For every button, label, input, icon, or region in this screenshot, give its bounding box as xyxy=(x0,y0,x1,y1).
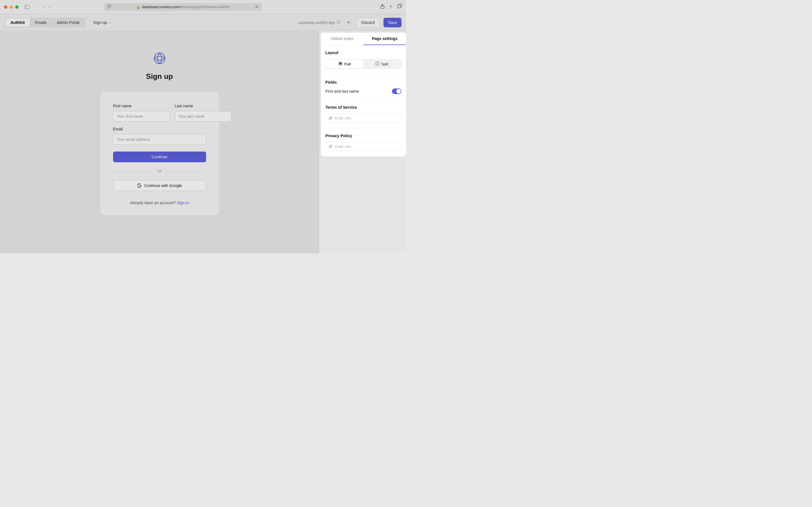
google-button-label: Continue with Google xyxy=(144,183,182,188)
privacy-title: Privacy Policy xyxy=(325,133,402,138)
browser-chrome: ⌄ ‹ › 🔒dashboard.workos.com/branding/edi… xyxy=(0,0,406,14)
svg-rect-10 xyxy=(340,62,342,64)
layout-option-split[interactable]: Split xyxy=(363,60,401,68)
last-name-input[interactable] xyxy=(175,111,232,122)
email-label: Email xyxy=(113,127,206,131)
last-name-label: Last name xyxy=(175,104,232,108)
minimize-window-button[interactable] xyxy=(10,5,13,9)
close-window-button[interactable] xyxy=(4,5,7,9)
tab-page-settings[interactable]: Page settings xyxy=(363,33,406,45)
google-icon xyxy=(137,183,142,188)
privacy-url-input[interactable] xyxy=(335,145,398,149)
tos-title: Terms of Service xyxy=(325,105,402,110)
svg-rect-7 xyxy=(398,5,401,8)
layout-title: Layout xyxy=(325,50,402,55)
svg-rect-2 xyxy=(107,5,111,5)
layout-option-full[interactable]: Full xyxy=(326,60,363,68)
tos-url-field[interactable]: 🔗 xyxy=(325,114,402,122)
page-select[interactable]: Sign-up ⌄ xyxy=(89,18,115,27)
new-tab-icon[interactable]: + xyxy=(390,4,392,10)
back-button[interactable]: ‹ xyxy=(44,4,45,9)
link-icon: 🔗 xyxy=(328,145,333,149)
lock-icon: 🔒 xyxy=(136,5,140,9)
layout-section: Layout Full Split xyxy=(321,45,406,75)
privacy-url-field[interactable]: 🔗 xyxy=(325,142,402,151)
preview-pane: Sign up First name Last name Email xyxy=(0,31,319,253)
svg-rect-3 xyxy=(107,6,111,7)
reader-icon[interactable] xyxy=(107,5,111,9)
save-button[interactable]: Save xyxy=(384,18,402,27)
first-name-input[interactable] xyxy=(113,111,170,122)
or-text: OR xyxy=(157,170,162,173)
forward-button[interactable]: › xyxy=(49,4,50,9)
sidebar-toggle-icon[interactable] xyxy=(24,5,30,9)
svg-point-8 xyxy=(154,53,165,64)
discard-button[interactable]: Discard xyxy=(357,17,379,27)
tab-admin-portal[interactable]: Admin Portal xyxy=(52,18,85,27)
fields-section: Fields First and last name xyxy=(321,75,406,100)
signup-title: Sign up xyxy=(146,72,173,81)
chevron-down-icon: ⌄ xyxy=(109,20,111,24)
settings-tabs: Global styles Page settings xyxy=(321,33,406,45)
url-text: 🔒dashboard.workos.com/branding/edit?prev… xyxy=(107,5,259,9)
already-have-account: Already have an account? Sign in xyxy=(113,201,206,205)
preview-link[interactable]: superapp.authkit.app xyxy=(298,20,340,25)
share-icon[interactable] xyxy=(380,4,385,10)
traffic-lights xyxy=(4,5,18,9)
tab-authkit[interactable]: AuthKit xyxy=(5,18,30,27)
tab-global-styles[interactable]: Global styles xyxy=(321,33,363,45)
link-icon: 🔗 xyxy=(328,116,333,120)
nav-arrows: ‹ › xyxy=(44,4,50,9)
page-select-label: Sign-up xyxy=(93,20,107,25)
external-link-icon xyxy=(337,20,340,24)
continue-button[interactable]: Continue xyxy=(113,152,206,162)
first-last-name-toggle-row: First and last name xyxy=(325,89,402,94)
layout-full-icon xyxy=(339,62,342,66)
tab-emails[interactable]: Emails xyxy=(30,18,52,27)
maximize-window-button[interactable] xyxy=(15,5,18,9)
or-divider: OR xyxy=(113,170,206,173)
privacy-section: Privacy Policy 🔗 xyxy=(321,128,406,157)
brand-logo xyxy=(154,52,165,64)
refresh-icon[interactable]: ⟳ xyxy=(255,5,259,9)
tos-section: Terms of Service 🔗 xyxy=(321,100,406,128)
first-name-label: First name xyxy=(113,104,170,108)
first-last-name-toggle[interactable] xyxy=(392,89,402,94)
tos-url-input[interactable] xyxy=(335,116,398,120)
url-bar[interactable]: 🔒dashboard.workos.com/branding/edit?prev… xyxy=(104,3,262,11)
app-header: AuthKit Emails Admin Portal Sign-up ⌄ su… xyxy=(0,14,406,31)
section-tabs: AuthKit Emails Admin Portal xyxy=(4,17,86,27)
svg-rect-0 xyxy=(25,5,30,9)
layout-segmented: Full Split xyxy=(325,59,402,69)
svg-rect-4 xyxy=(107,8,110,8)
fields-title: Fields xyxy=(325,80,402,84)
preview-domain: superapp.authkit.app xyxy=(298,20,335,25)
email-input[interactable] xyxy=(113,134,206,145)
settings-panel: Global styles Page settings Layout Full xyxy=(319,31,406,253)
signin-link[interactable]: Sign in xyxy=(177,201,189,205)
layout-split-icon xyxy=(375,62,379,66)
first-last-name-label: First and last name xyxy=(325,89,359,94)
chrome-right-icons: + xyxy=(380,4,402,10)
chevron-down-icon[interactable]: ⌄ xyxy=(34,5,36,9)
tabs-icon[interactable] xyxy=(397,4,402,10)
theme-toggle-icon[interactable]: ☀︎ xyxy=(347,20,350,25)
signup-card: First name Last name Email Continue OR xyxy=(100,92,219,216)
google-signin-button[interactable]: Continue with Google xyxy=(113,180,206,191)
